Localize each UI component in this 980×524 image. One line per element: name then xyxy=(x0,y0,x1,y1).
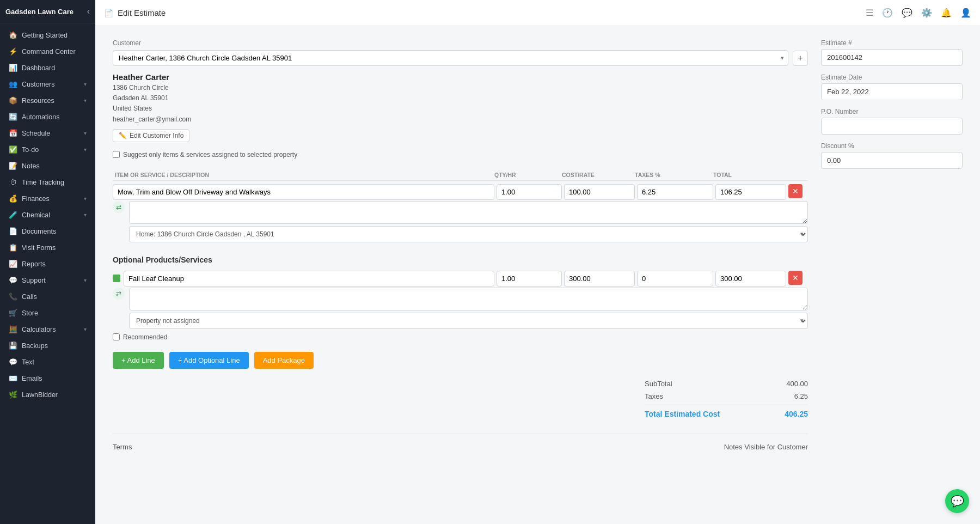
user-icon[interactable]: 👤 xyxy=(960,8,971,18)
line-item-1-taxes[interactable] xyxy=(637,184,713,200)
line-item-1-service[interactable] xyxy=(113,184,494,200)
nav-label-schedule: Schedule xyxy=(22,130,50,137)
terms-col: Terms xyxy=(113,443,132,451)
optional-item-1-taxes[interactable] xyxy=(637,271,713,287)
add-line-button[interactable]: + Add Line xyxy=(113,352,164,369)
nav-label-command-center: Command Center xyxy=(22,48,76,56)
edit-customer-button[interactable]: ✏️ Edit Customer Info xyxy=(113,129,189,142)
estimate-number-input[interactable] xyxy=(821,49,963,66)
nav-arrow-support: ▾ xyxy=(84,277,87,283)
sidebar-item-getting-started[interactable]: 🏠 Getting Started xyxy=(2,27,93,43)
add-optional-button[interactable]: + Add Optional Line xyxy=(169,352,249,369)
optional-item-1-service[interactable] xyxy=(124,271,494,287)
chat-icon[interactable]: 💬 xyxy=(902,8,912,18)
nav-label-backups: Backups xyxy=(22,342,48,350)
optional-item-1-delete[interactable]: ✕ xyxy=(788,271,803,285)
col-cost: COST/RATE xyxy=(562,172,633,178)
settings-icon[interactable]: ⚙️ xyxy=(921,8,932,18)
nav-arrow-customers: ▾ xyxy=(84,81,87,87)
line-items-header: ITEM OR SERVICE / DESCRIPTION QTY/HR COS… xyxy=(113,172,808,181)
optional-item-1-description[interactable] xyxy=(129,288,808,310)
line-item-1: ✕ ⇄ Home: 1386 Church xyxy=(113,184,808,242)
nav-arrow-schedule: ▾ xyxy=(84,130,87,136)
sidebar-item-customers[interactable]: 👥 Customers ▾ xyxy=(2,76,93,92)
line-item-1-property[interactable]: Home: 1386 Church Circle Gadsden , AL 35… xyxy=(129,226,808,242)
line-item-1-grid: ✕ xyxy=(113,184,808,200)
optional-item-1-cost[interactable] xyxy=(564,271,635,287)
nav-label-calls: Calls xyxy=(22,293,37,301)
sidebar-item-backups[interactable]: 💾 Backups xyxy=(2,338,93,354)
add-customer-button[interactable]: + xyxy=(793,51,808,66)
sidebar-item-automations[interactable]: 🔄 Automations xyxy=(2,109,93,125)
customer-email: heather_carter@ymail.com xyxy=(113,114,808,125)
line-item-1-qty[interactable] xyxy=(497,184,562,200)
drag-handle-1[interactable]: ⇄ xyxy=(113,201,125,213)
sidebar-item-store[interactable]: 🛒 Store xyxy=(2,305,93,321)
col-taxes: TAXES % xyxy=(635,172,711,178)
optional-item-1-desc-row: ⇄ xyxy=(113,288,808,310)
sidebar-item-calls[interactable]: 📞 Calls xyxy=(2,289,93,304)
sidebar-item-resources[interactable]: 📦 Resources ▾ xyxy=(2,93,93,108)
customer-select[interactable]: Heather Carter, 1386 Church Circle Gadsd… xyxy=(113,50,788,66)
nav-icon-text: 💬 xyxy=(9,358,17,366)
nav-label-dashboard: Dashboard xyxy=(22,64,55,72)
subtotal-row: SubTotal 400.00 xyxy=(645,377,808,390)
line-item-1-description[interactable] xyxy=(129,201,808,224)
po-number-input[interactable] xyxy=(821,118,963,135)
nav-icon-schedule: 📅 xyxy=(9,129,17,137)
line-item-1-delete[interactable]: ✕ xyxy=(788,184,803,198)
discount-input[interactable] xyxy=(821,152,963,169)
estimate-date-input[interactable] xyxy=(821,83,963,100)
optional-item-1-total[interactable] xyxy=(715,271,786,287)
menu-icon[interactable]: ☰ xyxy=(866,8,873,18)
optional-item-1-property[interactable]: Property not assigned xyxy=(129,313,808,329)
sidebar-item-emails[interactable]: ✉️ Emails xyxy=(2,370,93,386)
topbar: 📄 Edit Estimate ☰ 🕐 💬 ⚙️ 🔔 👤 xyxy=(95,0,980,26)
sidebar-item-text[interactable]: 💬 Text xyxy=(2,354,93,370)
sidebar-item-visit-forms[interactable]: 📋 Visit Forms xyxy=(2,240,93,255)
discount-label: Discount % xyxy=(821,142,963,150)
sidebar-item-finances[interactable]: 💰 Finances ▾ xyxy=(2,191,93,206)
optional-item-1-qty[interactable] xyxy=(497,271,562,287)
edit-customer-label: Edit Customer Info xyxy=(130,132,183,139)
customer-info: Heather Carter 1386 Church Circle Gadsde… xyxy=(113,72,808,142)
sidebar-item-notes[interactable]: 📝 Notes xyxy=(2,158,93,174)
sidebar-collapse-button[interactable]: ‹ xyxy=(87,7,90,16)
recommended-checkbox-1[interactable] xyxy=(113,333,120,340)
sidebar-item-reports[interactable]: 📈 Reports xyxy=(2,256,93,272)
chat-button[interactable]: 💬 xyxy=(945,489,969,513)
notifications-icon[interactable]: 🔔 xyxy=(941,8,952,18)
sidebar-item-time-tracking[interactable]: ⏱ Time Tracking xyxy=(2,174,93,190)
nav-label-to-do: To-do xyxy=(22,146,39,154)
nav-icon-documents: 📄 xyxy=(9,227,17,235)
history-icon[interactable]: 🕐 xyxy=(882,8,893,18)
sidebar-item-documents[interactable]: 📄 Documents xyxy=(2,223,93,239)
add-package-button[interactable]: Add Package xyxy=(254,352,314,369)
nav-arrow-to-do: ▾ xyxy=(84,147,87,153)
suggest-checkbox[interactable] xyxy=(113,151,120,158)
nav-icon-dashboard: 📊 xyxy=(9,64,17,72)
nav-icon-visit-forms: 📋 xyxy=(9,243,17,252)
nav-label-chemical: Chemical xyxy=(22,211,50,219)
terms-section: Terms Notes Visible for Customer xyxy=(113,434,808,451)
suggest-label: Suggest only items & services assigned t… xyxy=(123,151,297,159)
estimate-date-label: Estimate Date xyxy=(821,74,963,81)
sidebar-item-schedule[interactable]: 📅 Schedule ▾ xyxy=(2,125,93,141)
nav-label-emails: Emails xyxy=(22,375,42,382)
sidebar-item-chemical[interactable]: 🧪 Chemical ▾ xyxy=(2,207,93,223)
grand-total-row: Total Estimated Cost 406.25 xyxy=(645,405,808,421)
sidebar-item-lawnbidder[interactable]: 🌿 LawnBidder xyxy=(2,387,93,403)
drag-handle-opt-1[interactable]: ⇄ xyxy=(113,288,125,300)
col-total: TOTAL xyxy=(713,172,784,178)
line-item-1-cost[interactable] xyxy=(564,184,635,200)
sidebar-item-command-center[interactable]: ⚡ Command Center xyxy=(2,44,93,59)
line-item-1-total[interactable] xyxy=(715,184,786,200)
nav-label-automations: Automations xyxy=(22,113,59,121)
nav-label-resources: Resources xyxy=(22,97,54,105)
optional-item-1-grid: ✕ xyxy=(113,271,808,287)
sidebar-item-calculators[interactable]: 🧮 Calculators ▾ xyxy=(2,321,93,337)
sidebar-item-to-do[interactable]: ✅ To-do ▾ xyxy=(2,142,93,157)
sidebar-item-support[interactable]: 💬 Support ▾ xyxy=(2,272,93,288)
sidebar-item-dashboard[interactable]: 📊 Dashboard xyxy=(2,60,93,76)
optional-badge-1 xyxy=(113,275,120,282)
